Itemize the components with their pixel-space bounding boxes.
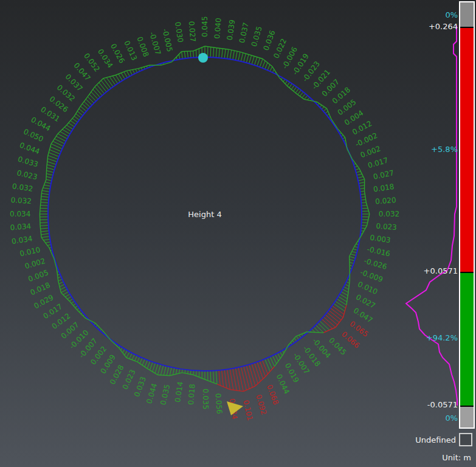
hatch-line (41, 202, 49, 203)
deviation-profile-segment (255, 376, 266, 386)
deviation-value-label: 0.023 (376, 222, 397, 232)
hatch-line (69, 123, 75, 127)
hatch-line (361, 199, 366, 200)
hatch-line (246, 54, 249, 63)
hatch-line (358, 179, 365, 181)
hatch-line (267, 64, 270, 70)
scale-red-section[interactable] (460, 28, 474, 272)
deviation-value-label: 0.034 (10, 210, 30, 218)
deviation-profile-segment (279, 78, 287, 86)
hatch-line (150, 362, 153, 370)
deviation-profile-segment (252, 55, 263, 59)
scale-undefined-bottom-section[interactable] (460, 407, 474, 427)
hatch-line (91, 92, 98, 99)
hatch-line (67, 125, 73, 130)
section-title: Height 4 (188, 210, 221, 219)
deviation-profile-segment (41, 238, 49, 248)
hatch-line (153, 363, 156, 372)
hatch-line (40, 223, 49, 223)
hatch-line (291, 85, 294, 89)
hatch-line (323, 108, 326, 111)
hatch-line (184, 51, 185, 58)
deviation-value-label: 0.034 (10, 222, 31, 232)
hatch-line (252, 56, 254, 64)
hatch-line (41, 237, 49, 238)
hatch-line (238, 367, 244, 391)
hatch-line (257, 58, 260, 66)
hatch-line (350, 257, 356, 258)
scale-undefined-top-section[interactable] (460, 2, 474, 27)
deviation-profile-segment (40, 202, 40, 214)
hatch-line (196, 50, 197, 58)
hatch-line (137, 357, 140, 362)
deviation-value-label: 0.030 (173, 21, 185, 43)
hatch-line (71, 120, 76, 125)
hatch-line (298, 90, 302, 94)
deviation-profile-segment (48, 144, 51, 156)
hatch-line (145, 360, 147, 367)
hatch-line (222, 370, 224, 387)
hatch-line (97, 85, 104, 94)
hatch-line (336, 301, 346, 308)
hatch-line (360, 191, 364, 192)
hatch-line (359, 185, 365, 187)
deviation-value-label: 0.002 (24, 257, 46, 271)
hatch-line (46, 179, 52, 181)
hatch-line (254, 57, 257, 65)
hatch-line (179, 369, 179, 374)
hatch-line (262, 360, 267, 374)
hatch-line (360, 188, 365, 189)
hatch-line (270, 66, 272, 71)
hatch-line (222, 49, 223, 58)
deviation-value-label: 0.035 (159, 384, 171, 406)
hatch-line (351, 254, 356, 255)
deviation-profile-segment (304, 99, 317, 102)
hatch-line (300, 92, 303, 96)
hatch-line (357, 176, 364, 178)
deviation-value-label: 0.020 (375, 196, 396, 206)
hatch-line (190, 370, 191, 375)
deviation-value-label: 0.056 (214, 393, 224, 414)
deviation-profile-segment (126, 69, 138, 71)
hatch-line (320, 321, 329, 330)
hatch-line (47, 165, 55, 167)
start-point-marker (198, 53, 208, 63)
deviation-profile-segment (307, 332, 323, 333)
hatch-line (353, 249, 357, 251)
hatch-line (61, 289, 67, 293)
deviation-value-label: 0.003 (369, 234, 391, 245)
scale-lower-threshold-label: -0.0571 (427, 400, 458, 409)
hatch-line (356, 168, 360, 170)
hatch-line (47, 159, 57, 162)
hatch-line (99, 83, 106, 92)
hatch-line (101, 80, 108, 90)
deviation-profile-segment (47, 156, 48, 168)
hatch-line (318, 323, 326, 331)
hatch-line (176, 368, 177, 375)
scale-upper-threshold-label: +0.0571 (424, 266, 458, 275)
hatch-line (316, 325, 323, 333)
hatch-line (213, 47, 214, 57)
hatch-line (119, 74, 123, 81)
hatch-line (40, 228, 49, 229)
undefined-color-swatch[interactable] (459, 433, 472, 446)
hatch-line (216, 370, 217, 384)
circular-deviation-plot[interactable]: 0.0450.0400.0390.0370.0350.0360.022-0.00… (0, 0, 476, 467)
deviation-profile-segment (243, 386, 255, 392)
scale-green-section[interactable] (460, 273, 474, 406)
hatch-line (334, 303, 345, 311)
deviation-value-label: 0.044 (145, 382, 159, 405)
deviation-profile-segment (359, 168, 365, 179)
hatch-line (126, 351, 129, 358)
hatch-line (344, 287, 349, 289)
deviation-profile-segment (88, 87, 95, 97)
hatch-line (106, 77, 113, 86)
hatch-line (361, 228, 365, 229)
deviation-profile-segment (137, 362, 147, 368)
undefined-legend-label: Undefined (415, 435, 456, 445)
hatch-line (109, 77, 116, 85)
hatch-line (257, 362, 263, 379)
color-scale-bar[interactable] (459, 1, 475, 429)
hatch-line (173, 368, 174, 375)
hatch-line (210, 47, 211, 57)
